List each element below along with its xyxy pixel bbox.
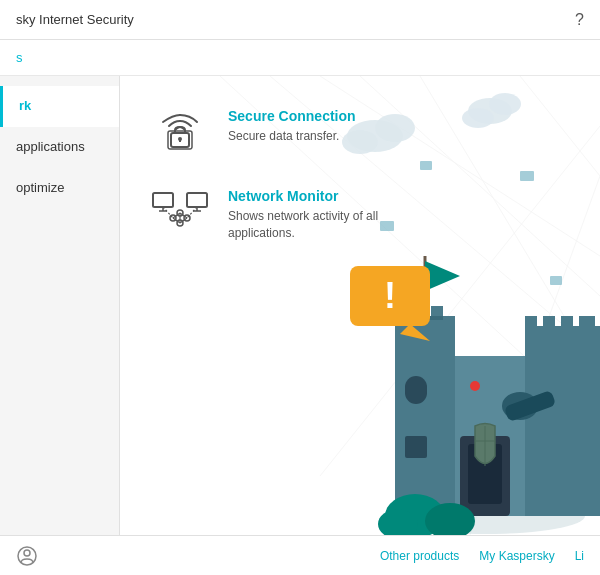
support-icon[interactable] bbox=[16, 545, 38, 567]
help-button[interactable]: ? bbox=[575, 11, 584, 29]
svg-rect-36 bbox=[420, 161, 432, 170]
svg-rect-51 bbox=[405, 376, 427, 404]
svg-rect-48 bbox=[543, 316, 555, 334]
svg-rect-10 bbox=[179, 139, 181, 142]
svg-rect-12 bbox=[153, 193, 173, 207]
sidebar-item-applications[interactable]: applications bbox=[0, 127, 119, 168]
main-area: rk applications optimize bbox=[0, 76, 600, 535]
svg-rect-52 bbox=[405, 436, 427, 458]
title-bar: sky Internet Security ? bbox=[0, 0, 600, 40]
svg-rect-41 bbox=[395, 316, 455, 516]
svg-point-69 bbox=[24, 550, 30, 556]
secure-connection-icon bbox=[150, 106, 210, 156]
other-products-link[interactable]: Other products bbox=[380, 549, 459, 563]
network-monitor-icon bbox=[150, 186, 210, 236]
svg-rect-15 bbox=[187, 193, 207, 207]
castle-illustration: ! bbox=[320, 76, 600, 535]
svg-point-30 bbox=[375, 114, 415, 142]
svg-rect-49 bbox=[561, 316, 573, 334]
svg-point-62 bbox=[470, 381, 480, 391]
sidebar: rk applications optimize bbox=[0, 76, 120, 535]
svg-rect-50 bbox=[579, 316, 595, 334]
svg-rect-45 bbox=[431, 306, 443, 324]
footer-left bbox=[16, 545, 38, 567]
license-link[interactable]: Li bbox=[575, 549, 584, 563]
svg-point-34 bbox=[462, 108, 494, 128]
app-title: sky Internet Security bbox=[16, 12, 134, 27]
svg-rect-37 bbox=[520, 171, 534, 181]
svg-text:!: ! bbox=[384, 275, 396, 316]
svg-point-31 bbox=[342, 130, 378, 154]
svg-rect-42 bbox=[525, 326, 600, 516]
svg-marker-56 bbox=[425, 261, 460, 291]
svg-rect-47 bbox=[525, 316, 537, 334]
svg-line-27 bbox=[163, 207, 173, 218]
content-panel: Secure Connection Secure data transfer. bbox=[120, 76, 600, 535]
footer-bar: Other products My Kaspersky Li bbox=[0, 535, 600, 575]
sidebar-item-network[interactable]: rk bbox=[0, 86, 119, 127]
footer-right: Other products My Kaspersky Li bbox=[380, 549, 584, 563]
svg-point-33 bbox=[489, 93, 521, 115]
breadcrumb[interactable]: s bbox=[16, 50, 23, 65]
svg-rect-38 bbox=[550, 276, 562, 285]
svg-rect-35 bbox=[380, 221, 394, 231]
breadcrumb-bar: s bbox=[0, 40, 600, 76]
sidebar-item-optimize[interactable]: optimize bbox=[0, 168, 119, 209]
my-kaspersky-link[interactable]: My Kaspersky bbox=[479, 549, 554, 563]
svg-line-28 bbox=[187, 207, 197, 218]
